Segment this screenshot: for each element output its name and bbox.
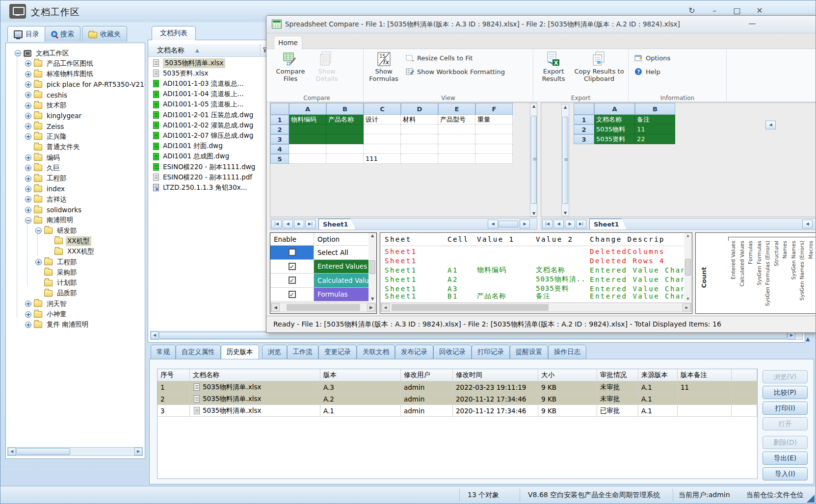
scroll-left-icon[interactable]: ◀	[381, 303, 390, 311]
collapse-icon[interactable]: −	[15, 50, 21, 56]
grid-cell-A2[interactable]	[289, 125, 326, 134]
tree-item-正兴隆[interactable]: +正兴隆	[7, 131, 143, 142]
expand-icon[interactable]: +	[25, 92, 31, 98]
results-cell[interactable]: DeletedColumns	[587, 247, 684, 256]
grid-column-header-D[interactable]: D	[401, 103, 438, 115]
history-cell[interactable]: 5035物料清单.xlsx	[190, 405, 320, 417]
results-cell[interactable]: Entered Value Changed	[587, 293, 684, 299]
grid-cell-B3[interactable]	[326, 134, 364, 144]
history-cell[interactable]: 9 KB	[538, 405, 597, 417]
grid-cell-E1[interactable]: 产品型号	[438, 115, 475, 125]
scroll-down-icon[interactable]: ▼	[564, 211, 567, 215]
grid-cell-C4[interactable]	[364, 144, 401, 154]
results-cell[interactable]: Sheet1	[382, 265, 445, 275]
tree-item-久巨[interactable]: +久巨	[7, 163, 143, 173]
options-scroll-thumb[interactable]	[369, 260, 375, 274]
grid-cell-A5[interactable]	[289, 154, 326, 164]
checkbox-checked-icon[interactable]: ✓	[289, 291, 296, 298]
history-cell[interactable]: A.1	[638, 393, 678, 405]
tree-item-南浦照明[interactable]: −南浦照明	[7, 215, 143, 226]
options-vertical-scrollbar[interactable]: ▲ ▼	[369, 233, 376, 302]
ribbon-button-Resize Cells to Fit[interactable]: Resize Cells to Fit	[406, 54, 473, 62]
grid-column-header-E[interactable]: E	[438, 103, 475, 115]
results-cell[interactable]: 5035物料清...	[533, 275, 587, 284]
grid-cell-F4[interactable]	[475, 144, 513, 154]
scroll-right-icon[interactable]: ▶	[367, 303, 375, 311]
tree-item-研发部[interactable]: −研发部	[7, 226, 143, 236]
expand-icon[interactable]: +	[25, 154, 31, 161]
next-sheet-icon[interactable]: ▶	[565, 220, 575, 228]
grid-column-header-B[interactable]: B	[635, 103, 675, 115]
grid-cell-B5[interactable]	[326, 154, 364, 164]
history-column-大小[interactable]: 大小	[538, 369, 597, 381]
history-cell[interactable]: 1	[158, 381, 190, 393]
history-cell[interactable]: 2	[158, 393, 190, 405]
doc-list-item[interactable]: 5035物料清单.xlsx	[151, 58, 225, 68]
expand-icon[interactable]: +	[25, 186, 31, 192]
grid-cell-F2[interactable]	[475, 125, 513, 134]
collapse-panel-icon[interactable]: ▲	[806, 336, 810, 342]
tree-scroll-thumb[interactable]	[16, 448, 70, 455]
results-cell[interactable]: Sheet1	[382, 284, 445, 293]
grid-cell-F5[interactable]	[475, 154, 513, 164]
grid-column-header-A[interactable]: A	[289, 103, 326, 115]
results-column-Cell[interactable]: Cell	[445, 233, 474, 246]
results-cell[interactable]: A3	[445, 284, 474, 293]
button-导入(I)[interactable]: 导入(I)	[763, 467, 808, 480]
tree-item-solidworks[interactable]: +solidworks	[7, 205, 143, 215]
ribbon-button-Options[interactable]: Options	[634, 54, 670, 62]
results-cell[interactable]: 产品名称	[474, 293, 533, 299]
ribbon-button-Compare Files[interactable]: Compare Files	[274, 51, 307, 83]
history-column-文档名称[interactable]: 文档名称	[190, 369, 320, 381]
grid-cell-D5[interactable]	[401, 154, 438, 164]
history-cell[interactable]: 9 KB	[538, 393, 597, 405]
grid-cell-B3[interactable]: 22	[635, 134, 675, 144]
results-cell[interactable]: A1	[445, 265, 474, 275]
results-cell[interactable]: A2	[445, 275, 474, 284]
scroll-up-icon[interactable]: ▲	[564, 105, 567, 109]
scroll-left-icon[interactable]: ◀	[271, 303, 280, 311]
option-label-Formulas[interactable]: Formulas	[314, 288, 369, 302]
nav-tab-目录[interactable]: 目录	[7, 26, 46, 42]
history-cell[interactable]: 11	[678, 381, 732, 393]
grid-row-header-2[interactable]: 2	[574, 125, 594, 134]
history-cell[interactable]: 3	[158, 405, 190, 417]
history-cell[interactable]: 未审批	[597, 393, 638, 405]
option-label-Select All[interactable]: Select All	[314, 246, 369, 260]
history-cell[interactable]: 未审批	[597, 381, 638, 393]
first-sheet-icon[interactable]: |◀	[542, 220, 553, 228]
history-cell[interactable]: A.3	[320, 381, 401, 393]
history-cell[interactable]	[678, 405, 732, 417]
grid-cell-B1[interactable]: 备注	[635, 115, 675, 125]
grid2-vertical-scrollbar[interactable]: ▲ ▼	[561, 104, 569, 216]
nav-tab-搜索[interactable]: 搜索	[45, 26, 80, 42]
tab-常规[interactable]: 常规	[151, 345, 176, 359]
button-导出(E)[interactable]: 导出(E)	[763, 452, 808, 465]
results-column-Change Descrip[interactable]: Change Descrip	[587, 233, 684, 246]
results-cell[interactable]: Entered Value Changed	[587, 284, 684, 293]
grid-column-header-C[interactable]: C	[364, 103, 401, 115]
results-cell[interactable]: 5035资料	[533, 284, 587, 293]
expand-icon[interactable]: +	[25, 81, 31, 88]
results-column-Value 2[interactable]: Value 2	[533, 233, 587, 246]
scroll-left-icon[interactable]: ◀	[488, 220, 498, 228]
expand-icon[interactable]: +	[35, 259, 42, 265]
prev-sheet-icon[interactable]: ◀	[283, 220, 293, 228]
first-sheet-icon[interactable]: |◀	[271, 220, 282, 228]
grid-column-header-B[interactable]: B	[326, 103, 364, 115]
checkbox-checked-icon[interactable]: ✓	[289, 277, 296, 284]
grid1-horizontal-scrollbar[interactable]: ◀ ▶	[487, 220, 530, 228]
ribbon-button-Copy Results to Clipboard[interactable]: Copy Results to Clipboard	[574, 51, 625, 83]
resize-grip-icon[interactable]	[807, 495, 815, 503]
grid-cell-C1[interactable]: 设计	[364, 115, 401, 125]
history-cell[interactable]: 已审批	[597, 405, 638, 417]
scroll-left-icon[interactable]: ◀	[802, 220, 813, 228]
expand-icon[interactable]: +	[25, 322, 31, 328]
collapse-icon[interactable]: −	[35, 227, 42, 234]
results-cell[interactable]: 文档名称	[533, 265, 587, 275]
scroll-left-icon[interactable]: ◀	[151, 331, 158, 339]
history-cell[interactable]	[732, 381, 757, 393]
tab-打印记录[interactable]: 打印记录	[472, 345, 510, 359]
tree-item-工程部[interactable]: +工程部	[7, 257, 143, 267]
next-sheet-icon[interactable]: ▶	[294, 220, 304, 228]
